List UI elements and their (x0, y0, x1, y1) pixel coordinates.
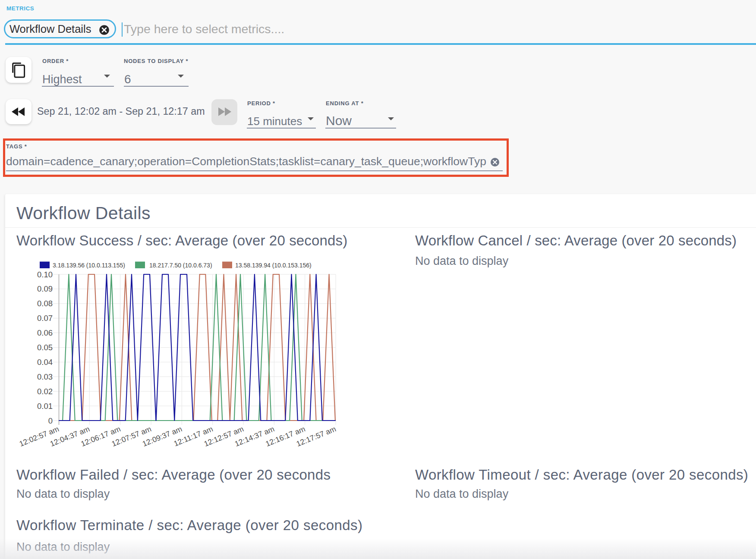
svg-text:0.08: 0.08 (37, 299, 53, 308)
svg-text:0.01: 0.01 (37, 402, 53, 411)
svg-text:18.217.7.50 (10.0.6.73): 18.217.7.50 (10.0.6.73) (149, 262, 212, 269)
svg-text:0.09: 0.09 (37, 284, 53, 293)
svg-text:0.05: 0.05 (37, 343, 53, 352)
svg-text:0: 0 (48, 416, 53, 425)
svg-text:0.06: 0.06 (37, 328, 53, 337)
svg-text:0.10: 0.10 (37, 270, 53, 279)
svg-text:0.04: 0.04 (37, 358, 53, 367)
svg-text:0.07: 0.07 (37, 314, 53, 323)
svg-text:0.02: 0.02 (37, 387, 53, 396)
svg-text:3.18.139.56 (10.0.113.155): 3.18.139.56 (10.0.113.155) (53, 262, 125, 269)
svg-text:13.58.139.94 (10.0.153.156): 13.58.139.94 (10.0.153.156) (235, 262, 312, 269)
svg-text:0.03: 0.03 (37, 372, 53, 381)
